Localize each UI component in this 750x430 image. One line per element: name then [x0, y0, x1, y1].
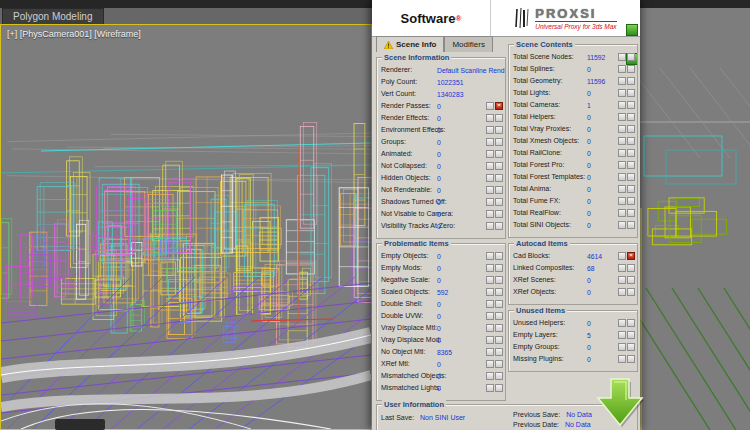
row-select-button[interactable] [618, 209, 626, 217]
row-select-button[interactable] [618, 161, 626, 169]
row-delete-button[interactable]: × [627, 252, 635, 260]
row-select-button[interactable] [618, 53, 626, 61]
perspective-viewport[interactable]: [+] [PhysCamera001] [Wireframe] [0, 24, 372, 430]
row-select-button[interactable] [486, 324, 494, 332]
row-select-button[interactable] [627, 137, 635, 145]
row-select-button[interactable] [495, 264, 503, 272]
row-select-button[interactable] [618, 288, 626, 296]
wireframe-scene-right[interactable] [640, 8, 750, 430]
row-select-button[interactable] [627, 276, 635, 284]
row-select-button[interactable] [627, 288, 635, 296]
dialog-utility-button-1[interactable] [626, 24, 638, 36]
row-select-button[interactable] [486, 198, 494, 206]
row-select-button[interactable] [486, 384, 494, 392]
row-select-button[interactable] [627, 149, 635, 157]
row-select-button[interactable] [618, 185, 626, 193]
row-select-button[interactable] [486, 114, 494, 122]
secondary-viewport[interactable] [640, 8, 750, 430]
row-select-button[interactable] [495, 150, 503, 158]
row-select-button[interactable] [627, 65, 635, 73]
row-select-button[interactable] [495, 324, 503, 332]
row-select-button[interactable] [495, 348, 503, 356]
row-select-button[interactable] [486, 372, 494, 380]
row-select-button[interactable] [486, 126, 494, 134]
row-select-button[interactable] [486, 252, 494, 260]
row-select-button[interactable] [618, 355, 626, 363]
row-select-button[interactable] [627, 173, 635, 181]
row-select-button[interactable] [495, 198, 503, 206]
row-select-button[interactable] [495, 138, 503, 146]
row-select-button[interactable] [618, 276, 626, 284]
row-select-button[interactable] [618, 343, 626, 351]
row-select-button[interactable] [618, 137, 626, 145]
row-select-button[interactable] [486, 210, 494, 218]
viewport-label[interactable]: [+] [PhysCamera001] [Wireframe] [7, 29, 141, 39]
row-select-button[interactable] [486, 186, 494, 194]
wireframe-scene[interactable] [1, 25, 371, 429]
row-select-button[interactable] [486, 222, 494, 230]
row-select-button[interactable] [495, 384, 503, 392]
row-select-button[interactable] [486, 138, 494, 146]
row-select-button[interactable] [486, 102, 494, 110]
row-select-button[interactable] [618, 125, 626, 133]
row-select-button[interactable] [618, 252, 626, 260]
row-select-button[interactable] [495, 252, 503, 260]
row-select-button[interactable] [627, 319, 635, 327]
row-select-button[interactable] [486, 348, 494, 356]
row-select-button[interactable] [618, 197, 626, 205]
row-select-button[interactable] [627, 197, 635, 205]
row-select-button[interactable] [486, 312, 494, 320]
row-select-button[interactable] [618, 113, 626, 121]
row-select-button[interactable] [486, 360, 494, 368]
row-select-button[interactable] [495, 300, 503, 308]
row-select-button[interactable] [495, 336, 503, 344]
row-select-button[interactable] [618, 101, 626, 109]
row-select-button[interactable] [618, 173, 626, 181]
row-select-button[interactable] [495, 222, 503, 230]
row-select-button[interactable] [495, 360, 503, 368]
row-select-button[interactable] [495, 114, 503, 122]
row-select-button[interactable] [495, 288, 503, 296]
row-select-button[interactable] [627, 331, 635, 339]
tab-scene-info[interactable]: Scene Info [376, 36, 444, 52]
row-select-button[interactable] [486, 150, 494, 158]
row-select-button[interactable] [627, 343, 635, 351]
row-select-button[interactable] [486, 162, 494, 170]
row-select-button[interactable] [618, 65, 626, 73]
row-select-button[interactable] [618, 264, 626, 272]
polygon-modeling-tab[interactable]: Polygon Modeling [2, 8, 104, 25]
row-select-button[interactable] [618, 331, 626, 339]
tab-modifiers[interactable]: Modifiers [444, 36, 492, 52]
row-select-button[interactable] [627, 101, 635, 109]
row-select-button[interactable] [627, 221, 635, 229]
row-select-button[interactable] [486, 276, 494, 284]
row-select-button[interactable] [486, 288, 494, 296]
row-select-button[interactable] [495, 174, 503, 182]
row-select-button[interactable] [627, 125, 635, 133]
row-select-button[interactable] [486, 264, 494, 272]
row-select-button[interactable] [486, 336, 494, 344]
row-select-button[interactable] [618, 149, 626, 157]
row-select-button[interactable] [495, 126, 503, 134]
row-select-button[interactable] [627, 264, 635, 272]
row-select-button[interactable] [627, 89, 635, 97]
row-select-button[interactable] [495, 210, 503, 218]
row-select-button[interactable] [618, 221, 626, 229]
row-delete-button[interactable]: × [495, 102, 503, 110]
row-select-button[interactable] [627, 355, 635, 363]
row-select-button[interactable] [627, 185, 635, 193]
row-select-button[interactable] [495, 186, 503, 194]
row-select-button[interactable] [627, 77, 635, 85]
row-select-button[interactable] [495, 372, 503, 380]
row-select-button[interactable] [627, 53, 635, 61]
row-select-button[interactable] [627, 209, 635, 217]
row-select-button[interactable] [618, 319, 626, 327]
row-select-button[interactable] [495, 276, 503, 284]
row-select-button[interactable] [618, 89, 626, 97]
row-select-button[interactable] [486, 174, 494, 182]
row-select-button[interactable] [627, 113, 635, 121]
row-select-button[interactable] [618, 77, 626, 85]
row-select-button[interactable] [495, 162, 503, 170]
row-select-button[interactable] [495, 312, 503, 320]
row-select-button[interactable] [627, 161, 635, 169]
